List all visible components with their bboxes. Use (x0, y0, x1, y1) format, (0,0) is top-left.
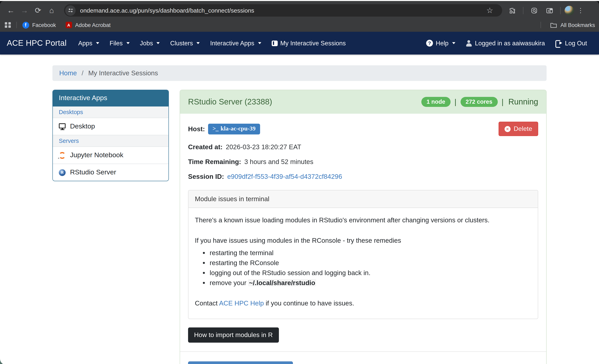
screen: ← → ⟳ ⌂ ondemand.ace.ac.ug/pun/sys/dashb… (0, 1, 599, 364)
nav-help[interactable]: Help (421, 40, 460, 47)
how-to-import-modules-button[interactable]: How to import modules in R (188, 327, 279, 343)
bookmarks-bar: Facebook Adobe Acrobat All Bookmarks (0, 20, 599, 32)
module-issues-paragraph: There's a known issue loading modules in… (195, 215, 531, 225)
bookmark-label: Facebook (32, 22, 56, 28)
rstudio-path-code: ~/.local/share/rstudio (248, 279, 316, 286)
session-id-label: Session ID: (188, 173, 224, 180)
created-at-row: Created at: 2026-03-23 18:20:27 EAT (188, 143, 538, 151)
nav-my-interactive-sessions[interactable]: My Interactive Sessions (266, 40, 351, 47)
folder-icon (550, 22, 557, 28)
badge-separator: | (502, 97, 503, 106)
time-remaining-value: 3 hours and 52 minutes (244, 158, 313, 166)
nav-files-label: Files (110, 40, 123, 47)
connect-to-rstudio-button[interactable]: R Connect to RStudio Server (188, 361, 293, 364)
sidebar-title: Interactive Apps (53, 90, 168, 107)
log-out-icon (555, 40, 562, 46)
breadcrumb: Home / My Interactive Sessions (53, 65, 546, 81)
breadcrumb-home-link[interactable]: Home (59, 69, 77, 77)
address-bar[interactable]: ondemand.ace.ac.ug/pun/sys/dashboard/bat… (64, 4, 502, 17)
list-item: remove your ~/.local/share/rstudio (210, 278, 531, 288)
desktop-monitor-icon (59, 123, 66, 128)
delete-label: Delete (514, 125, 532, 132)
contact-suffix: if you continue to have issues. (264, 299, 354, 307)
node-count-badge: 1 node (421, 97, 450, 107)
rstudio-icon (59, 169, 66, 176)
session-card: RStudio Server (23388) 1 node | 272 core… (180, 90, 546, 364)
status-badge: Running (508, 97, 538, 107)
nav-jobs-label: Jobs (140, 40, 153, 47)
help-question-icon (426, 40, 433, 47)
core-count-badge: 272 cores (460, 97, 498, 107)
time-remaining-row: Time Remaining: 3 hours and 52 minutes (188, 158, 538, 166)
sidebar-section-desktops[interactable]: Desktops (53, 107, 168, 118)
browser-chrome: ← → ⟳ ⌂ ondemand.ace.ac.ug/pun/sys/dashb… (0, 1, 599, 32)
nav-my-interactive-sessions-label: My Interactive Sessions (280, 40, 346, 47)
chevron-down-icon (157, 42, 160, 44)
session-id-row: Session ID: e909df2f-f553-4f39-af54-d437… (188, 173, 538, 180)
host-label: Host: (188, 125, 205, 133)
site-settings-icon[interactable] (65, 5, 76, 16)
created-at-value: 2026-03-23 18:20:27 EAT (226, 143, 301, 151)
nav-apps[interactable]: Apps (73, 40, 105, 47)
portal-navbar: ACE HPC Portal Apps Files Jobs Clusters … (0, 32, 599, 55)
host-name: kla-ac-cpu-39 (220, 125, 255, 132)
nav-interactive-apps[interactable]: Interactive Apps (205, 40, 266, 47)
sidebar-item-jupyter-notebook[interactable]: Jupyter Notebook (53, 147, 168, 164)
session-id-link[interactable]: e909df2f-f553-4f39-af54-d4372cf84296 (227, 173, 342, 180)
bookmark-adobe-acrobat[interactable]: Adobe Acrobat (66, 22, 111, 28)
host-shell-button[interactable]: >_ kla-ac-cpu-39 (208, 123, 260, 134)
sidebar-item-label: Jupyter Notebook (70, 151, 123, 159)
nav-clusters[interactable]: Clusters (165, 40, 205, 47)
bookmark-star-icon[interactable]: ☆ (483, 4, 497, 17)
nav-log-out[interactable]: Log Out (550, 40, 592, 47)
remedies-list: restarting the terminal restarting the R… (195, 248, 531, 288)
log-out-label: Log Out (565, 40, 587, 47)
browser-toolbar: ← → ⟳ ⌂ ondemand.ace.ac.ug/pun/sys/dashb… (0, 1, 599, 20)
nav-jobs[interactable]: Jobs (135, 40, 165, 47)
chevron-down-icon (258, 42, 261, 44)
bookmark-facebook[interactable]: Facebook (22, 22, 56, 28)
card-divider (180, 351, 546, 352)
contact-line: Contact ACE HPC Help if you continue to … (195, 298, 531, 308)
nav-logged-in-user[interactable]: Logged in as aaiwasukira (460, 40, 550, 47)
all-bookmarks-label: All Bookmarks (560, 22, 595, 28)
lens-icon[interactable] (527, 4, 541, 17)
extensions-icon[interactable] (505, 4, 519, 17)
delete-button[interactable]: Delete (499, 122, 538, 136)
back-icon[interactable]: ← (4, 4, 18, 17)
ace-hpc-help-link[interactable]: ACE HPC Help (219, 299, 264, 307)
reload-icon[interactable]: ⟳ (31, 4, 45, 17)
logged-in-label: Logged in as aaiwasukira (475, 40, 545, 47)
list-item: restarting the RConsole (210, 258, 531, 268)
nav-interactive-apps-label: Interactive Apps (210, 40, 254, 47)
sidebar-item-desktop[interactable]: Desktop (53, 118, 168, 135)
nav-files[interactable]: Files (105, 40, 135, 47)
browser-menu-icon[interactable]: ⋮ (576, 7, 585, 14)
sidebar-section-servers[interactable]: Servers (53, 135, 168, 147)
toolbar-divider (560, 7, 561, 14)
delete-x-icon (505, 126, 511, 132)
list-item: logging out of the RStudio session and l… (210, 268, 531, 278)
module-issues-paragraph: If you have issues using modules in the … (195, 236, 531, 245)
session-card-header: RStudio Server (23388) 1 node | 272 core… (180, 90, 546, 114)
brand-title[interactable]: ACE HPC Portal (7, 39, 67, 48)
jupyter-icon (59, 152, 66, 159)
forward-icon[interactable]: → (18, 4, 31, 17)
list-item: restarting the terminal (210, 248, 531, 258)
chevron-down-icon (196, 42, 200, 44)
user-icon (466, 40, 472, 46)
sidebar-item-rstudio-server[interactable]: RStudio Server (53, 164, 168, 181)
bookmark-label: Adobe Acrobat (75, 22, 111, 28)
apps-grid-icon[interactable] (5, 22, 11, 28)
all-bookmarks[interactable]: All Bookmarks (535, 22, 595, 28)
session-title: RStudio Server (23388) (188, 97, 421, 107)
breadcrumb-current: My Interactive Sessions (88, 69, 158, 77)
sidebar-item-label: Desktop (70, 122, 95, 130)
tab-search-icon[interactable] (543, 4, 556, 17)
profile-avatar[interactable] (564, 6, 574, 15)
url-text: ondemand.ace.ac.ug/pun/sys/dashboard/bat… (80, 7, 254, 14)
chevron-down-icon (96, 42, 99, 44)
home-icon[interactable]: ⌂ (45, 4, 58, 17)
desktop-wallpaper-corner (0, 355, 12, 364)
nav-clusters-label: Clusters (170, 40, 193, 47)
